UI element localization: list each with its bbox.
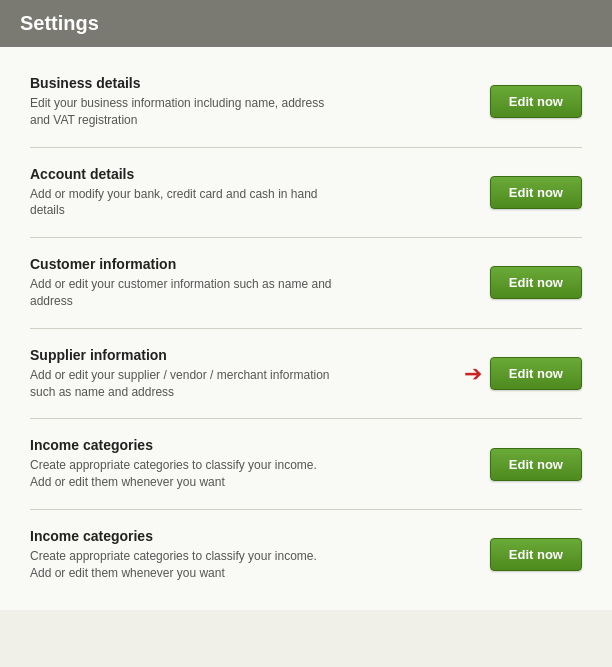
settings-item-supplier-information: Supplier informationAdd or edit your sup… bbox=[30, 329, 582, 420]
edit-button-business-details[interactable]: Edit now bbox=[490, 85, 582, 118]
item-desc-account-details: Add or modify your bank, credit card and… bbox=[30, 186, 340, 220]
edit-button-income-categories-2[interactable]: Edit now bbox=[490, 538, 582, 571]
item-desc-business-details: Edit your business information including… bbox=[30, 95, 340, 129]
edit-button-supplier-information[interactable]: Edit now bbox=[490, 357, 582, 390]
item-desc-supplier-information: Add or edit your supplier / vendor / mer… bbox=[30, 367, 340, 401]
item-title-customer-information: Customer information bbox=[30, 256, 470, 272]
item-desc-customer-information: Add or edit your customer information su… bbox=[30, 276, 340, 310]
settings-item-business-details: Business detailsEdit your business infor… bbox=[30, 57, 582, 148]
item-title-supplier-information: Supplier information bbox=[30, 347, 470, 363]
content-area: Business detailsEdit your business infor… bbox=[0, 47, 612, 610]
item-title-income-categories-2: Income categories bbox=[30, 528, 470, 544]
item-desc-income-categories-2: Create appropriate categories to classif… bbox=[30, 548, 340, 582]
arrow-icon: ➔ bbox=[464, 363, 482, 385]
item-desc-income-categories-1: Create appropriate categories to classif… bbox=[30, 457, 340, 491]
settings-item-income-categories-1: Income categoriesCreate appropriate cate… bbox=[30, 419, 582, 510]
edit-button-customer-information[interactable]: Edit now bbox=[490, 266, 582, 299]
edit-button-income-categories-1[interactable]: Edit now bbox=[490, 448, 582, 481]
edit-button-account-details[interactable]: Edit now bbox=[490, 176, 582, 209]
header: Settings bbox=[0, 0, 612, 47]
item-title-business-details: Business details bbox=[30, 75, 470, 91]
settings-item-account-details: Account detailsAdd or modify your bank, … bbox=[30, 148, 582, 239]
settings-item-income-categories-2: Income categoriesCreate appropriate cate… bbox=[30, 510, 582, 600]
item-title-income-categories-1: Income categories bbox=[30, 437, 470, 453]
settings-item-customer-information: Customer informationAdd or edit your cus… bbox=[30, 238, 582, 329]
item-title-account-details: Account details bbox=[30, 166, 470, 182]
page-title: Settings bbox=[20, 12, 99, 34]
